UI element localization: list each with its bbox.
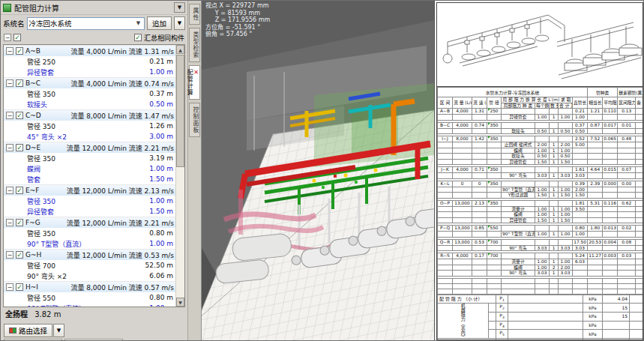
panel-menu-button[interactable]: ▼ <box>174 2 185 13</box>
segment-row[interactable]: −✓E~F流量 12,000 L/min 流速 2.13 m/s <box>4 184 175 196</box>
cell <box>489 330 496 339</box>
cell-fitting-qty: 1 <box>550 193 559 199</box>
cell <box>588 128 603 134</box>
segment-item-row[interactable]: 45° 弯头 ×23.00 m <box>4 131 175 142</box>
segment-checkbox[interactable]: ✓ <box>16 219 23 226</box>
check-all-checkbox[interactable]: ✓ <box>13 34 21 41</box>
scroll-up-arrow[interactable]: ▲ <box>176 45 184 54</box>
segment-item-row[interactable]: 管径 3501.26 m <box>4 121 175 131</box>
segment-row[interactable]: −✓C~D流量 8,000 L/min 流速 1.47 m/s <box>4 109 175 121</box>
segment-id: A~B <box>25 47 40 55</box>
cell-fitting-qty: 1 <box>550 159 559 165</box>
segment-item-row[interactable]: 管径 70052.50 m <box>4 260 175 271</box>
segment-item-row[interactable]: 管径 5500.80 m <box>4 292 175 303</box>
collapse-icon[interactable]: − <box>6 283 13 291</box>
segment-checkbox[interactable]: ✓ <box>16 283 23 291</box>
cell-fitting-qty: 1 <box>550 187 559 193</box>
segment-row[interactable]: −✓B~C流量 4,000 L/min 流速 0.74 m/s <box>4 77 175 88</box>
side-tab-item[interactable]: 控制面板 <box>189 103 200 137</box>
route-dropdown-button[interactable]: ▼ <box>53 324 64 337</box>
side-tab-item[interactable]: 类型检索 <box>189 28 200 62</box>
cell-fitting-qty: 1 <box>550 206 559 212</box>
add-dropdown-button[interactable]: ▼ <box>174 16 185 30</box>
side-tab-active[interactable]: ✕配管计算 <box>189 65 200 100</box>
segment-item-row[interactable]: 管径 2500.21 m <box>4 56 175 67</box>
collapse-icon[interactable]: − <box>6 219 13 226</box>
cell <box>535 200 550 206</box>
cell-straight: 1.81 <box>573 200 588 206</box>
cell <box>502 181 535 187</box>
segment-item-row[interactable]: 90° T型管（直流）1.00 m <box>4 303 175 307</box>
collapse-icon[interactable]: − <box>6 251 13 259</box>
cell-fitting-name: 止回阀 缓闭式 <box>502 142 535 148</box>
segment-item-row[interactable]: 管套1.50 m <box>4 174 175 184</box>
segment-item-row[interactable]: 软接头0.50 m <box>4 99 175 109</box>
viewport-3d[interactable]: 视点 X = 229727 mm Y = 81593 mm Z = 171.95… <box>202 1 434 341</box>
cell <box>618 193 636 199</box>
cell <box>603 154 618 160</box>
segment-row[interactable]: −✓G~H流量 12,000 L/min 流速 0.53 m/s <box>4 249 175 260</box>
cell <box>487 115 502 121</box>
segment-item-row[interactable]: 蝶阀1.00 m <box>4 163 175 174</box>
item-value: 0.21 m <box>149 58 173 65</box>
collapse-icon[interactable]: − <box>6 47 13 55</box>
cell-remark <box>636 200 643 206</box>
cell <box>502 109 535 115</box>
segment-row[interactable]: −✓F~G流量 12,000 L/min 流速 2.21 m/s <box>4 217 175 228</box>
side-tab-item[interactable]: 属性 <box>189 4 200 25</box>
item-name: 软接头 <box>27 100 47 109</box>
segment-item-row[interactable]: 管径 3500.37 m <box>4 88 175 99</box>
segment-checkbox[interactable]: ✓ <box>16 144 23 151</box>
cell <box>588 193 603 199</box>
cell <box>453 283 472 289</box>
chevron-down-icon[interactable]: ▼ <box>134 20 142 26</box>
segment-row[interactable]: −✓H~I流量 8,000 L/min 流速 0.57 m/s <box>4 281 175 292</box>
segment-checkbox[interactable]: ✓ <box>16 187 23 194</box>
cell <box>487 142 502 148</box>
segment-row[interactable]: −✓A~B流量 4,000 L/min 流速 1.31 m/s <box>4 45 175 56</box>
cell <box>472 115 487 121</box>
cell <box>588 159 603 165</box>
add-button[interactable]: 追加 <box>147 16 172 30</box>
list-scrollbar[interactable]: ▲ ▼ <box>175 45 184 307</box>
cell <box>618 128 636 134</box>
cell <box>636 128 643 134</box>
segment-item-row[interactable]: 管径 3503.19 m <box>4 153 175 163</box>
segment-checkbox[interactable]: ✓ <box>16 47 23 55</box>
cell <box>487 128 502 134</box>
segment-info: 流量 12,000 L/min 流速 0.53 m/s <box>67 250 174 260</box>
scroll-thumb[interactable] <box>176 55 184 167</box>
col-straight: 直管长 L (m) <box>573 97 588 109</box>
item-name: 管径 350 <box>27 229 55 238</box>
collapse-icon[interactable]: − <box>6 112 13 119</box>
collapse-all-button[interactable]: − <box>4 34 11 41</box>
summary-remark <box>630 338 643 340</box>
cell <box>603 128 618 134</box>
segment-item-row[interactable]: 管径 3501.00 m <box>4 196 175 206</box>
cell <box>636 154 643 160</box>
segment-checkbox[interactable]: ✓ <box>16 251 23 259</box>
summarize-checkbox[interactable]: ✓ <box>134 34 142 41</box>
segment-item-row[interactable]: 90° T型管（直流）1.00 m <box>4 238 175 249</box>
segment-row[interactable]: −✓D~E流量 12,000 L/min 流速 2.21 m/s <box>4 142 175 153</box>
collapse-icon[interactable]: − <box>6 187 13 194</box>
route-select-button[interactable]: 路由选择 <box>4 324 52 337</box>
summary-formula <box>508 330 583 339</box>
collapse-icon[interactable]: − <box>6 144 13 151</box>
calc-main-row: I~J8,0001.423502.527.520.0650.48 <box>438 136 644 142</box>
cell-fitting-name: 软接头 <box>502 128 535 134</box>
scroll-down-arrow[interactable]: ▼ <box>176 298 184 307</box>
collapse-icon[interactable]: − <box>6 79 13 87</box>
segment-checkbox[interactable]: ✓ <box>16 79 23 87</box>
cell <box>588 217 603 223</box>
segment-item-row[interactable]: 管径 3500.80 m <box>4 228 175 238</box>
cell-straight: 1.61 <box>573 167 588 173</box>
cell-flow: 4,000 <box>453 109 472 115</box>
segment-item-row[interactable]: 异径管套1.50 m <box>4 206 175 217</box>
segment-id: F~G <box>25 219 40 226</box>
segment-checkbox[interactable]: ✓ <box>16 112 23 119</box>
segment-item-row[interactable]: 异径管套1.00 m <box>4 67 175 77</box>
close-icon[interactable]: ✕ <box>193 69 199 76</box>
system-name-combobox[interactable]: 冷冻回水系统 ▼ <box>27 17 145 30</box>
segment-item-row[interactable]: 90° 弯头 ×26.06 m <box>4 271 175 281</box>
